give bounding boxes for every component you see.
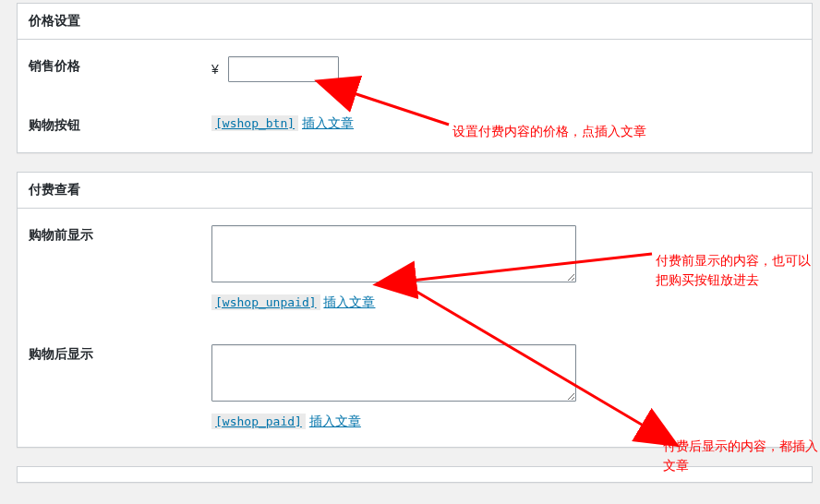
insert-link-btn[interactable]: 插入文章: [302, 115, 354, 130]
row-after-paid: 购物后显示 [wshop_paid] 插入文章: [18, 328, 812, 447]
label-buy-button: 购物按钮: [18, 99, 202, 152]
annotation-price: 设置付费内容的价格，点插入文章: [452, 122, 646, 141]
before-paid-textarea[interactable]: [211, 225, 576, 282]
price-settings-heading: 价格设置: [18, 4, 812, 40]
paid-view-table: 购物前显示 [wshop_unpaid] 插入文章 购物后显示 [wshop_p…: [18, 209, 812, 447]
annotation-after: 付费后显示的内容，都插入文章: [663, 437, 820, 475]
row-buy-button: 购物按钮 [wshop_btn] 插入文章: [18, 99, 812, 152]
row-sale-price: 销售价格 ¥: [18, 40, 812, 99]
price-settings-box: 价格设置 销售价格 ¥ 购物按钮 [wshop_btn] 插入文章: [17, 3, 813, 153]
currency-symbol: ¥: [211, 62, 219, 77]
insert-link-paid[interactable]: 插入文章: [309, 414, 361, 428]
paid-view-box: 付费查看 购物前显示 [wshop_unpaid] 插入文章 购物后显示: [17, 172, 813, 448]
paid-view-heading: 付费查看: [18, 173, 812, 209]
annotation-before: 付费前显示的内容，也可以把购买按钮放进去: [656, 251, 820, 290]
label-before-paid: 购物前显示: [18, 209, 202, 328]
paid-view-inside: 购物前显示 [wshop_unpaid] 插入文章 购物后显示 [wshop_p…: [18, 209, 812, 447]
shortcode-wshop-unpaid[interactable]: [wshop_unpaid]: [211, 294, 320, 310]
shortcode-wshop-paid[interactable]: [wshop_paid]: [211, 414, 306, 429]
sale-price-input[interactable]: [228, 56, 339, 82]
insert-link-unpaid[interactable]: 插入文章: [323, 294, 375, 309]
after-paid-textarea[interactable]: [211, 344, 576, 402]
label-after-paid: 购物后显示: [18, 328, 202, 447]
price-settings-inside: 销售价格 ¥ 购物按钮 [wshop_btn] 插入文章: [18, 40, 812, 152]
shortcode-wshop-btn[interactable]: [wshop_btn]: [211, 115, 298, 131]
price-settings-table: 销售价格 ¥ 购物按钮 [wshop_btn] 插入文章: [18, 40, 812, 152]
label-sale-price: 销售价格: [18, 40, 202, 99]
